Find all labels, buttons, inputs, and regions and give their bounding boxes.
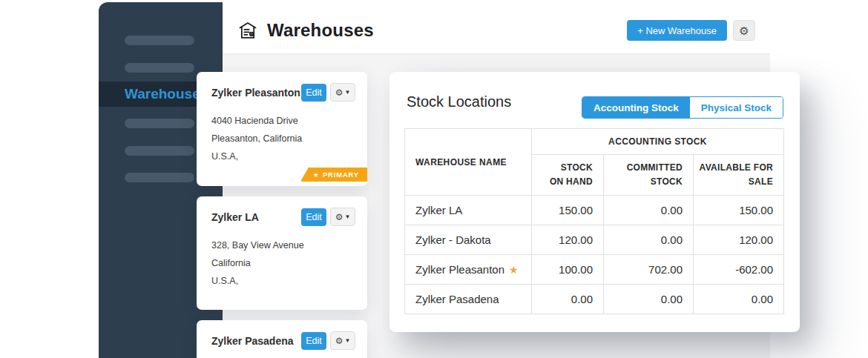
page-title: Warehouses: [267, 20, 374, 41]
main-header: Warehouses + New Warehouse ⚙: [223, 7, 770, 54]
new-warehouse-button[interactable]: + New Warehouse: [627, 20, 727, 41]
table-row: Zylker - Dakota 120.00 0.00 120.00: [405, 225, 784, 255]
warehouse-icon: [237, 20, 258, 41]
committed-stock-value: 0.00: [604, 225, 694, 255]
gear-icon: ⚙: [335, 88, 343, 97]
stock-locations-title: Stock Locations: [407, 93, 511, 110]
primary-star-icon: ★: [509, 264, 519, 276]
edit-button[interactable]: Edit: [301, 332, 326, 350]
stock-on-hand-value: 120.00: [532, 225, 604, 255]
edit-button[interactable]: Edit: [301, 84, 326, 102]
table-row: Zylker Pleasanton★ 100.00 702.00 -602.00: [405, 255, 784, 285]
column-header-warehouse-name: WAREHOUSE NAME: [405, 129, 532, 196]
warehouse-name: Zylker - Dakota: [415, 233, 491, 246]
available-for-sale-value: 0.00: [694, 285, 784, 314]
card-settings-dropdown[interactable]: ⚙ ▼: [330, 208, 355, 226]
address-line: California: [211, 258, 355, 268]
stock-on-hand-value: 100.00: [532, 255, 604, 285]
gear-icon: ⚙: [739, 24, 749, 37]
available-for-sale-value: 120.00: [694, 225, 784, 255]
tab-physical-stock[interactable]: Physical Stock: [690, 97, 783, 118]
warehouse-card-pasadena: Zylker Pasadena Edit ⚙ ▼: [197, 320, 367, 358]
primary-badge-label: PRIMARY: [323, 170, 359, 179]
address-line: 4040 Hacienda Drive: [211, 116, 355, 126]
column-header-committed-stock: COMMITTED STOCK: [604, 155, 694, 196]
card-settings-dropdown[interactable]: ⚙ ▼: [330, 331, 355, 350]
warehouse-card-title: Zylker LA: [211, 211, 301, 223]
column-group-header-accounting-stock: ACCOUNTING STOCK: [532, 129, 784, 155]
table-row: Zylker LA 150.00 0.00 150.00: [405, 196, 784, 225]
available-for-sale-value: 150.00: [694, 196, 784, 225]
warehouse-card-pleasanton: Zylker Pleasanton Edit ⚙ ▼ 4040 Hacienda…: [197, 72, 367, 186]
stock-locations-panel: Stock Locations Accounting Stock Physica…: [389, 72, 800, 332]
chevron-down-icon: ▼: [344, 214, 350, 220]
stock-tabs: Accounting Stock Physical Stock: [582, 96, 783, 119]
chevron-down-icon: ▼: [344, 90, 350, 96]
table-row: Zylker Pasadena 0.00 0.00 0.00: [405, 285, 784, 314]
committed-stock-value: 0.00: [604, 196, 694, 225]
gear-icon: ⚙: [335, 213, 343, 222]
card-settings-dropdown[interactable]: ⚙ ▼: [330, 83, 355, 102]
warehouse-card-la: Zylker LA Edit ⚙ ▼ 328, Bay View Avenue …: [197, 196, 367, 310]
primary-badge: ★ PRIMARY: [300, 168, 367, 182]
column-header-available-for-sale: AVAILABLE FOR SALE: [694, 155, 784, 196]
edit-button[interactable]: Edit: [301, 208, 326, 226]
sidebar-placeholder-item: [125, 119, 194, 128]
sidebar-placeholder-item: [125, 36, 194, 45]
gear-icon: ⚙: [335, 337, 343, 345]
tab-accounting-stock[interactable]: Accounting Stock: [582, 97, 690, 118]
stock-table: WAREHOUSE NAME ACCOUNTING STOCK STOCK ON…: [404, 128, 784, 314]
chevron-down-icon: ▼: [344, 338, 350, 344]
sidebar-placeholder-item: [125, 146, 194, 156]
sidebar-placeholder-item: [125, 63, 194, 73]
column-header-stock-on-hand: STOCK ON HAND: [532, 155, 604, 196]
address-line: U.S.A,: [211, 276, 355, 286]
settings-gear-button[interactable]: ⚙: [733, 20, 755, 41]
stock-on-hand-value: 0.00: [532, 285, 604, 314]
available-for-sale-value: -602.00: [694, 255, 784, 285]
sidebar-placeholder-item: [125, 173, 194, 182]
warehouse-name: Zylker Pasadena: [415, 293, 499, 305]
committed-stock-value: 702.00: [604, 255, 694, 285]
address-line: U.S.A,: [211, 151, 355, 162]
warehouse-name: Zylker LA: [415, 204, 462, 216]
committed-stock-value: 0.00: [604, 285, 694, 314]
warehouse-card-title: Zylker Pasadena: [211, 335, 301, 347]
warehouse-name: Zylker Pleasanton: [415, 263, 504, 276]
warehouse-card-title: Zylker Pleasanton: [211, 87, 301, 99]
screen: Warehouse Warehouses + New Warehouse ⚙: [0, 0, 868, 358]
address-line: 328, Bay View Avenue: [211, 240, 355, 251]
address-line: Pleasanton, California: [211, 133, 355, 144]
star-icon: ★: [313, 171, 319, 179]
stock-on-hand-value: 150.00: [532, 196, 604, 225]
